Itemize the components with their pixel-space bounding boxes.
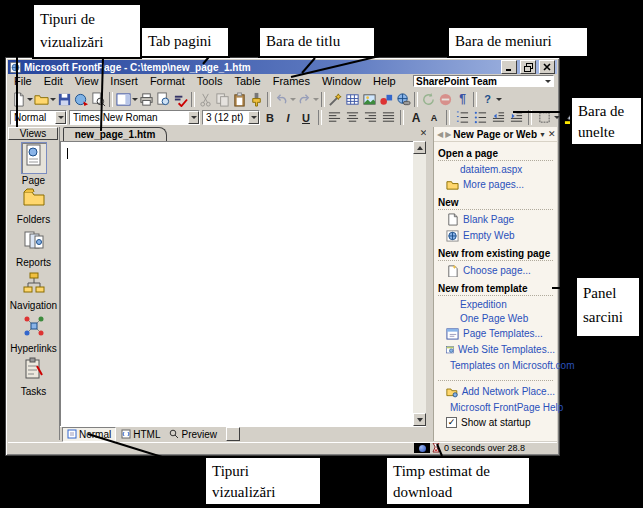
tab-html-view[interactable]: HTML xyxy=(117,428,164,441)
menu-edit[interactable]: Edit xyxy=(38,75,69,88)
format-painter-button[interactable] xyxy=(248,91,265,108)
menu-bar: File Edit View Insert Format Tools Table… xyxy=(8,75,557,88)
menu-help[interactable]: Help xyxy=(367,75,402,88)
menu-window[interactable]: Window xyxy=(316,75,367,88)
page-tab[interactable]: new_page_1.htm xyxy=(63,127,167,141)
link-web-site-templates[interactable]: Web Site Templates... xyxy=(446,343,555,356)
document-editing-area[interactable] xyxy=(60,141,413,426)
italic-button[interactable]: I xyxy=(280,110,296,125)
align-left-button[interactable] xyxy=(326,110,342,125)
link-expedition[interactable]: Expedition xyxy=(460,299,555,310)
insert-picture-button[interactable] xyxy=(361,91,378,108)
insert-hyperlink-button[interactable] xyxy=(395,91,412,108)
task-pane-close-icon[interactable]: ✕ xyxy=(548,129,556,139)
toggle-pane-button[interactable] xyxy=(115,91,132,108)
redo-dropdown[interactable] xyxy=(313,91,319,108)
print-button[interactable] xyxy=(138,91,155,108)
sidebar-item-reports[interactable]: Reports xyxy=(8,228,59,268)
sidebar-item-page[interactable]: Page xyxy=(8,142,59,186)
task-pane-dropdown-icon[interactable]: ▼ xyxy=(539,131,546,138)
stop-button[interactable] xyxy=(437,91,454,108)
arrow-down-icon xyxy=(417,418,423,422)
link-one-page-web[interactable]: One Page Web xyxy=(460,313,555,324)
preview-in-browser-button[interactable] xyxy=(155,91,172,108)
grow-font-button[interactable]: A xyxy=(408,110,424,125)
cut-button[interactable] xyxy=(197,91,214,108)
web-component-button[interactable] xyxy=(327,91,344,108)
redo-button[interactable] xyxy=(296,91,313,108)
sharepoint-team-combobox[interactable]: SharePoint Team xyxy=(413,75,554,87)
menu-tools[interactable]: Tools xyxy=(191,75,229,88)
insert-table-button[interactable] xyxy=(344,91,361,108)
new-page-button[interactable] xyxy=(10,91,27,108)
show-all-button[interactable]: ¶ xyxy=(454,91,471,108)
menu-format[interactable]: Format xyxy=(144,75,191,88)
refresh-button[interactable] xyxy=(420,91,437,108)
link-page-templates[interactable]: Page Templates... xyxy=(446,327,555,340)
section-heading: Open a page xyxy=(438,148,553,161)
minimize-button[interactable] xyxy=(501,60,517,74)
forward-icon[interactable]: ▶ xyxy=(445,130,451,139)
menu-table[interactable]: Table xyxy=(228,75,266,88)
scroll-up-button[interactable] xyxy=(413,141,426,154)
sidebar-item-hyperlinks[interactable]: Hyperlinks xyxy=(8,314,59,354)
font-combobox[interactable]: Times New Roman xyxy=(69,110,200,125)
link-add-network-place[interactable]: Add Network Place... xyxy=(446,385,555,398)
scroll-down-button[interactable] xyxy=(413,413,426,426)
undo-button[interactable] xyxy=(273,91,290,108)
tab-preview-view[interactable]: Preview xyxy=(165,428,221,441)
increase-indent-button[interactable] xyxy=(508,110,524,125)
tab-normal-view[interactable]: Normal xyxy=(62,427,116,442)
show-at-startup-option[interactable]: ✓Show at startup xyxy=(446,417,555,428)
link-templates-microsoft[interactable]: Templates on Microsoft.com xyxy=(446,359,555,372)
bold-button[interactable]: B xyxy=(262,110,278,125)
font-size-combobox[interactable]: 3 (12 pt) xyxy=(202,110,260,125)
paste-button[interactable] xyxy=(231,91,248,108)
decrease-indent-button[interactable] xyxy=(490,110,506,125)
restore-button[interactable] xyxy=(520,60,536,74)
save-button[interactable] xyxy=(56,91,73,108)
underline-button[interactable]: U xyxy=(298,110,314,125)
search-button[interactable] xyxy=(90,91,107,108)
align-center-button[interactable] xyxy=(344,110,360,125)
link-dataitem[interactable]: dataitem.aspx xyxy=(460,164,555,175)
link-blank-page[interactable]: Blank Page xyxy=(446,213,555,226)
drawing-button[interactable] xyxy=(378,91,395,108)
style-combobox[interactable]: Normal xyxy=(10,110,67,125)
html-view-icon xyxy=(121,429,131,439)
views-header[interactable]: Views xyxy=(8,127,58,140)
callout-page-tabs: Tab pagini xyxy=(140,26,230,58)
style-value: Normal xyxy=(14,112,53,123)
vertical-scrollbar[interactable] xyxy=(413,141,426,426)
open-button[interactable] xyxy=(33,91,50,108)
help-button[interactable]: ? xyxy=(479,91,496,108)
pane-splitter[interactable] xyxy=(426,127,433,441)
link-empty-web[interactable]: Empty Web xyxy=(446,229,555,242)
link-frontpage-help[interactable]: ?Microsoft FrontPage Help xyxy=(446,401,555,414)
link-choose-page[interactable]: Choose page... xyxy=(446,264,555,277)
shrink-font-button[interactable]: A xyxy=(426,110,442,125)
publish-web-button[interactable] xyxy=(73,91,90,108)
sidebar-item-tasks[interactable]: Tasks xyxy=(8,357,59,397)
numbered-list-button[interactable] xyxy=(454,110,470,125)
tab-scroll-button[interactable] xyxy=(226,427,240,441)
help-dropdown[interactable] xyxy=(496,91,502,108)
sidebar-item-folders[interactable]: Folders xyxy=(8,185,59,225)
borders-dropdown[interactable] xyxy=(554,109,560,126)
spelling-button[interactable] xyxy=(172,91,189,108)
back-icon[interactable]: ◀ xyxy=(437,130,443,139)
borders-button[interactable] xyxy=(536,110,552,125)
menu-view[interactable]: View xyxy=(69,75,105,88)
menu-insert[interactable]: Insert xyxy=(104,75,144,88)
menu-frames[interactable]: Frames xyxy=(267,75,316,88)
folders-view-icon xyxy=(22,185,46,213)
justify-button[interactable] xyxy=(380,110,396,125)
bullet-list-button[interactable] xyxy=(472,110,488,125)
align-right-button[interactable] xyxy=(362,110,378,125)
sidebar-item-navigation[interactable]: Navigation xyxy=(8,271,59,311)
publish-web-icon xyxy=(74,92,89,107)
menu-file[interactable]: File xyxy=(8,75,38,88)
link-more-pages[interactable]: More pages... xyxy=(446,178,555,191)
close-button[interactable] xyxy=(539,60,555,74)
copy-button[interactable] xyxy=(214,91,231,108)
